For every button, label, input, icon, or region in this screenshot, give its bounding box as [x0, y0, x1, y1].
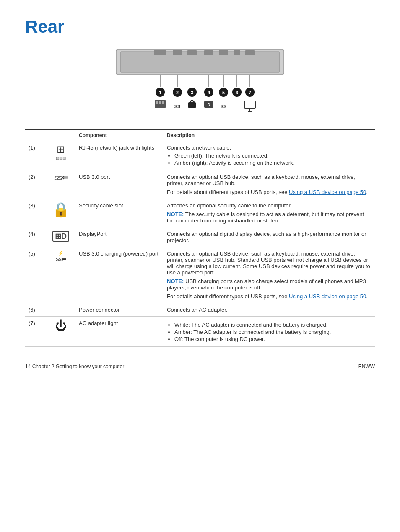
table-row: (5)⚡SS⇐USB 3.0 charging (powered) portCo… — [25, 247, 375, 303]
row-number: (2) — [25, 170, 46, 199]
svg-rect-3 — [173, 50, 182, 55]
row-icon: ⊞⊟⊟⊟ — [46, 141, 75, 170]
svg-text:1: 1 — [159, 90, 161, 95]
row-component-name: USB 3.0 charging (powered) port — [75, 247, 164, 303]
page-title: Rear — [25, 17, 375, 37]
laptop-diagram: 1 2 3 4 5 6 7 SS ← — [91, 45, 309, 121]
footer: 14 Chapter 2 Getting to know your comput… — [25, 364, 375, 369]
row-number: (3) — [25, 199, 46, 227]
laptop-rear-svg: 1 2 3 4 5 6 7 SS ← — [91, 45, 309, 121]
row-description: Connects an optional digital display dev… — [164, 227, 375, 247]
desc-bullet: Off: The computer is using DC power. — [174, 336, 371, 342]
svg-text:2: 2 — [176, 90, 179, 95]
row-component-name: Power connector — [75, 303, 164, 317]
row-icon: ⏻ — [46, 317, 75, 347]
row-icon: ⊞D — [46, 227, 75, 247]
desc-extra: For details about different types of USB… — [167, 189, 371, 195]
desc-main: Connects an optional USB device, such as… — [167, 251, 370, 276]
table-row: (6)Power connectorConnects an AC adapter… — [25, 303, 375, 317]
svg-rect-4 — [187, 50, 197, 55]
svg-rect-32 — [159, 101, 161, 104]
header-empty — [25, 129, 46, 141]
header-description: Description — [164, 129, 375, 141]
diagram-area: 1 2 3 4 5 6 7 SS ← — [25, 45, 375, 121]
row-icon — [46, 303, 75, 317]
row-description: Attaches an optional security cable to t… — [164, 199, 375, 227]
header-component: Component — [75, 129, 164, 141]
row-description: Connects a network cable.Green (left): T… — [164, 141, 375, 170]
row-number: (1) — [25, 141, 46, 170]
row-component-name: DisplayPort — [75, 227, 164, 247]
footer-left: 14 Chapter 2 Getting to know your comput… — [25, 364, 124, 369]
row-icon: ⚡SS⇐ — [46, 247, 75, 303]
row-description: White: The AC adapter is connected and t… — [164, 317, 375, 347]
svg-text:D: D — [208, 103, 210, 107]
svg-rect-33 — [162, 101, 164, 104]
row-component-name: RJ-45 (network) jack with lights — [75, 141, 164, 170]
desc-extra: For details about different types of USB… — [167, 293, 371, 300]
table-header-row: Component Description — [25, 129, 375, 141]
svg-rect-31 — [156, 101, 158, 104]
svg-rect-1 — [120, 52, 280, 72]
svg-rect-2 — [154, 50, 166, 55]
row-icon: SS⇐ — [46, 170, 75, 199]
desc-bullet: White: The AC adapter is connected and t… — [174, 322, 371, 328]
row-component-name: AC adapter light — [75, 317, 164, 347]
row-icon: 🔒 — [46, 199, 75, 227]
components-table: Component Description (1)⊞⊟⊟⊟RJ-45 (netw… — [25, 129, 375, 347]
svg-text:7: 7 — [249, 90, 251, 95]
svg-rect-8 — [245, 50, 255, 55]
table-row: (1)⊞⊟⊟⊟RJ-45 (network) jack with lightsC… — [25, 141, 375, 170]
row-description: Connects an AC adapter. — [164, 303, 375, 317]
desc-main: Attaches an optional security cable to t… — [167, 202, 292, 209]
row-description: Connects an optional USB device, such as… — [164, 170, 375, 199]
svg-text:5: 5 — [222, 90, 225, 95]
row-number: (6) — [25, 303, 46, 317]
table-row: (4)⊞DDisplayPortConnects an optional dig… — [25, 227, 375, 247]
desc-main: Connects an optional digital display dev… — [167, 231, 366, 243]
footer-right: ENWW — [358, 364, 375, 369]
svg-rect-36 — [188, 102, 196, 108]
row-number: (4) — [25, 227, 46, 247]
desc-main: Connects an AC adapter. — [167, 307, 228, 313]
svg-text:4: 4 — [208, 90, 210, 95]
table-row: (2)SS⇐USB 3.0 portConnects an optional U… — [25, 170, 375, 199]
header-icon-empty — [46, 129, 75, 141]
hyperlink[interactable]: Using a USB device on page 50 — [289, 189, 366, 195]
desc-note: NOTE: USB charging ports can also charge… — [167, 278, 371, 291]
svg-text:←: ← — [181, 104, 184, 108]
row-description: Connects an optional USB device, such as… — [164, 247, 375, 303]
note-label: NOTE: — [167, 211, 184, 217]
svg-rect-6 — [219, 50, 228, 55]
svg-rect-7 — [234, 50, 240, 55]
svg-rect-41 — [244, 101, 255, 108]
note-label: NOTE: — [167, 278, 184, 284]
row-number: (5) — [25, 247, 46, 303]
desc-bullet: Amber: The AC adapter is connected and t… — [174, 329, 371, 335]
desc-main: Connects an optional USB device, such as… — [167, 174, 355, 186]
table-row: (7)⏻AC adapter lightWhite: The AC adapte… — [25, 317, 375, 347]
desc-main: Connects a network cable. — [167, 145, 231, 151]
row-component-name: Security cable slot — [75, 199, 164, 227]
svg-text:←: ← — [226, 104, 230, 108]
svg-text:3: 3 — [191, 90, 193, 95]
table-row: (3)🔒Security cable slotAttaches an optio… — [25, 199, 375, 227]
desc-bullet: Green (left): The network is connected. — [174, 152, 371, 159]
row-component-name: USB 3.0 port — [75, 170, 164, 199]
desc-bullet: Amber (right): Activity is occurring on … — [174, 160, 371, 166]
svg-rect-5 — [204, 50, 213, 55]
hyperlink[interactable]: Using a USB device on page 50 — [289, 293, 366, 300]
svg-text:6: 6 — [236, 90, 238, 95]
row-number: (7) — [25, 317, 46, 347]
desc-note: NOTE: The security cable is designed to … — [167, 211, 371, 224]
svg-text:SS: SS — [174, 104, 181, 109]
